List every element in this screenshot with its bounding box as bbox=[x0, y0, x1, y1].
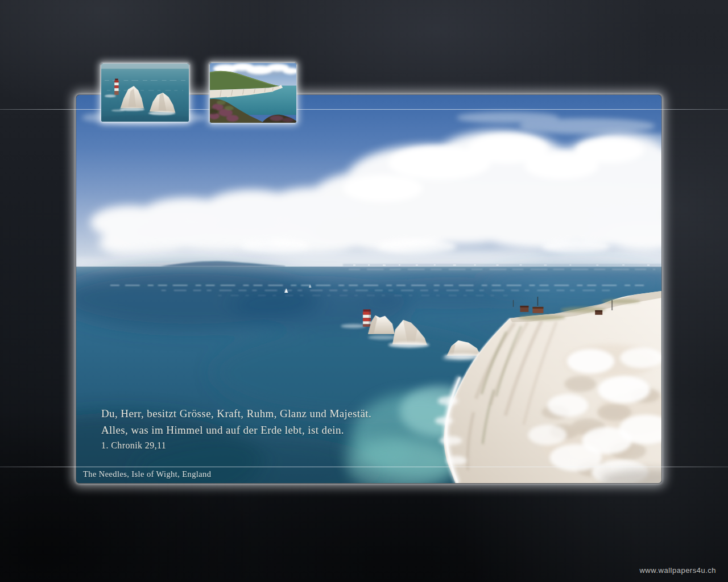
website-url: www.wallpapers4u.ch bbox=[639, 566, 716, 575]
photo-location-caption: The Needles, Isle of Wight, England bbox=[83, 469, 211, 479]
verse-line-1: Du, Herr, besitzt Grösse, Kraft, Ruhm, G… bbox=[101, 405, 371, 422]
thumbnail-alum-bay-coastline[interactable] bbox=[209, 63, 297, 123]
main-photo: Du, Herr, besitzt Grösse, Kraft, Ruhm, G… bbox=[76, 94, 662, 484]
divider-line-bottom bbox=[0, 467, 728, 467]
verse-text: Du, Herr, besitzt Grösse, Kraft, Ruhm, G… bbox=[101, 405, 371, 438]
coastline-image bbox=[210, 63, 296, 123]
thumbnail-needles-rocks-closeup[interactable] bbox=[101, 63, 189, 122]
verse-line-2: Alles, was im Himmel und auf der Erde le… bbox=[101, 422, 371, 438]
verse-reference: 1. Chronik 29,11 bbox=[101, 440, 166, 451]
needles-closeup-image bbox=[101, 64, 189, 122]
